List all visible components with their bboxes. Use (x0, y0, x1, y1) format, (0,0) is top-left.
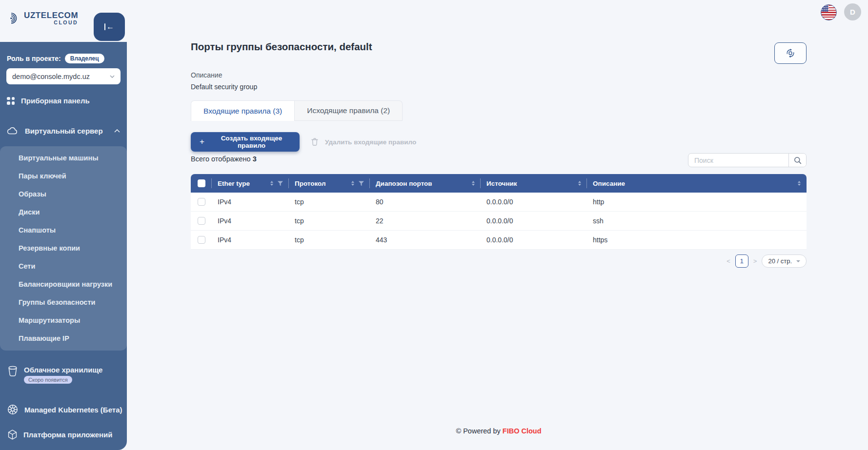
sort-icon[interactable] (270, 181, 273, 186)
sidebar-item-security-groups[interactable]: Группы безопасности (0, 293, 127, 312)
pagination-page-1[interactable]: 1 (735, 254, 748, 268)
tab-outgoing-rules[interactable]: Исходящие правила (2) (295, 100, 403, 121)
sidebar-item-floating-ip[interactable]: Плавающие IP (0, 330, 127, 348)
cell-protocol: tcp (289, 193, 370, 211)
soundwave-logo-icon (8, 12, 21, 25)
sidebar-item-cloud-storage[interactable]: Облачное хранилище Скоро появится (8, 366, 102, 384)
sidebar-item-label: Виртуальный сервер (25, 127, 108, 135)
column-port-range: Диапозон портов (376, 180, 432, 187)
cube-icon (7, 429, 18, 440)
cell-protocol: tcp (289, 212, 370, 230)
delete-rule-button[interactable]: Удалить входящие правило (311, 132, 416, 152)
row-checkbox[interactable] (198, 198, 205, 206)
column-ether-type: Ether type (218, 180, 250, 187)
coming-soon-badge: Скоро появится (24, 376, 72, 384)
table-row: IPv4 tcp 22 0.0.0.0/0 ssh (191, 212, 807, 231)
cell-source: 0.0.0.0/0 (481, 212, 587, 230)
sort-icon[interactable] (798, 181, 801, 186)
total-shown: Всего отображено 3 (191, 155, 257, 163)
sidebar-item-routers[interactable]: Маршрутизаторы (0, 312, 127, 330)
footer-brand-link[interactable]: FIBO Cloud (503, 427, 542, 435)
pagination-next-icon[interactable]: > (753, 257, 757, 265)
column-protocol: Протокол (295, 180, 326, 187)
select-all-checkbox[interactable] (198, 179, 205, 187)
search-input[interactable] (688, 154, 788, 167)
tab-incoming-rules[interactable]: Входящие правила (3) (191, 100, 295, 121)
sidebar-item-kubernetes[interactable]: Managed Kubernetes (Бета) (7, 404, 122, 415)
search-button[interactable] (788, 154, 806, 167)
logo-area: UZTELECOM CLOUD ← (0, 0, 127, 42)
sidebar-item-key-pairs[interactable]: Пары ключей (0, 167, 127, 185)
filter-icon[interactable] (359, 181, 364, 186)
refresh-icon (785, 47, 796, 59)
chevron-up-icon (114, 129, 120, 133)
sidebar-item-label: Приборная панель (21, 97, 90, 105)
sidebar-item-backups[interactable]: Резервные копии (0, 239, 127, 257)
cell-description: http (587, 193, 807, 211)
chevron-down-icon (796, 260, 800, 262)
cell-ether-type: IPv4 (212, 193, 289, 211)
sidebar: UZTELECOM CLOUD ← Роль в проекте: Владел… (0, 0, 127, 450)
sidebar-item-networks[interactable]: Сети (0, 257, 127, 275)
cell-ether-type: IPv4 (212, 212, 289, 230)
sidebar-item-load-balancers[interactable]: Балансировщики нагрузки (0, 275, 127, 293)
description-label: Описание (191, 71, 222, 79)
sidebar-item-app-platform[interactable]: Платформа приложений (7, 429, 112, 440)
project-select[interactable]: demo@console.mydc.uz (6, 68, 121, 84)
kubernetes-wheel-icon (7, 404, 19, 415)
cell-description: https (587, 231, 807, 249)
table-row: IPv4 tcp 443 0.0.0.0/0 https (191, 231, 807, 250)
description-value: Default security group (191, 83, 257, 91)
collapse-icon: ← (104, 23, 114, 31)
footer: © Powered by FIBO Cloud (191, 427, 807, 435)
cell-source: 0.0.0.0/0 (481, 193, 587, 211)
sidebar-item-images[interactable]: Образы (0, 185, 127, 203)
page-size-select[interactable]: 20 / стр. (762, 254, 807, 268)
role-badge: Владелец (65, 54, 104, 63)
create-rule-button[interactable]: + Создать входящее правило (191, 132, 300, 152)
sort-icon[interactable] (351, 181, 354, 186)
filter-icon[interactable] (278, 181, 283, 186)
column-source: Источник (486, 180, 517, 187)
sidebar-item-label: Облачное хранилище (24, 366, 102, 374)
project-select-value: demo@console.mydc.uz (12, 73, 90, 80)
row-checkbox[interactable] (198, 236, 205, 244)
sidebar-item-label: Платформа приложений (23, 430, 112, 439)
cell-protocol: tcp (289, 231, 370, 249)
table-row: IPv4 tcp 80 0.0.0.0/0 http (191, 193, 807, 212)
sidebar-item-virtual-server[interactable]: Виртуальный сервер (7, 127, 120, 135)
cell-port-range: 80 (370, 193, 481, 211)
role-label: Роль в проекте: (7, 55, 61, 62)
sidebar-collapse-button[interactable]: ← (94, 13, 125, 41)
sort-icon[interactable] (578, 181, 581, 186)
plus-icon: + (200, 137, 204, 147)
row-checkbox[interactable] (198, 217, 205, 225)
rules-table: Ether type Протокол Диапозон портов Исто… (191, 174, 807, 250)
sidebar-item-virtual-machines[interactable]: Виртуальные машины (0, 149, 127, 167)
sidebar-item-disks[interactable]: Диски (0, 203, 127, 221)
project-role-row: Роль в проекте: Владелец (7, 54, 104, 63)
chevron-down-icon (110, 75, 115, 78)
sidebar-item-dashboard[interactable]: Приборная панель (7, 97, 120, 105)
virtual-server-submenu: Виртуальные машины Пары ключей Образы Ди… (0, 146, 127, 351)
main-content: Порты группы безопасности, default Описа… (127, 0, 868, 450)
dashboard-grid-icon (7, 97, 15, 105)
column-description: Описание (593, 180, 625, 187)
footer-text: © Powered by (456, 427, 502, 435)
table-header: Ether type Протокол Диапозон портов Исто… (191, 174, 807, 193)
search-box (688, 153, 807, 167)
sort-icon[interactable] (472, 181, 475, 186)
cell-source: 0.0.0.0/0 (481, 231, 587, 249)
refresh-button[interactable] (774, 42, 807, 64)
page-title: Порты группы безопасности, default (191, 41, 372, 53)
rules-tabs: Входящие правила (3) Исходящие правила (… (191, 100, 403, 121)
cell-port-range: 22 (370, 212, 481, 230)
cloud-icon (7, 127, 19, 135)
cell-port-range: 443 (370, 231, 481, 249)
uztelecom-logo: UZTELECOM CLOUD (8, 11, 78, 25)
sidebar-item-snapshots[interactable]: Снапшоты (0, 221, 127, 239)
cell-description: ssh (587, 212, 807, 230)
trash-icon (311, 138, 318, 146)
total-count: 3 (253, 155, 257, 163)
pagination-prev-icon[interactable]: < (727, 257, 730, 265)
